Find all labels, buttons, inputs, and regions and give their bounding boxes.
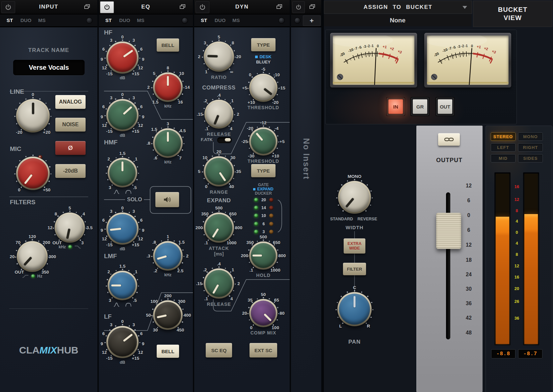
knob-tick	[115, 98, 117, 100]
input-expand-icon[interactable]	[84, 4, 90, 9]
dyn-mode-st[interactable]: ST	[201, 17, 207, 23]
lf_freq-knob[interactable]	[155, 302, 181, 328]
input-power-button[interactable]	[1, 1, 15, 13]
eq-mode-duo[interactable]: DUO	[119, 17, 130, 23]
gate-type-ducker[interactable]: DUCKER	[249, 191, 278, 196]
input-mode-knob[interactable]	[86, 17, 92, 24]
dyn-mode-ms[interactable]: MS	[232, 17, 240, 23]
line-knob[interactable]	[18, 101, 48, 131]
knob-tick	[138, 285, 139, 287]
dyn-power-button[interactable]	[196, 1, 209, 13]
lmf_freq-knob[interactable]	[155, 243, 181, 269]
input-divider-2	[9, 197, 88, 197]
range-scale-label: 35	[236, 169, 241, 174]
pad-20db-button[interactable]: -20dB	[55, 164, 86, 178]
mic-knob[interactable]	[18, 158, 48, 188]
pan-knob[interactable]	[339, 294, 370, 325]
insert-mode-knob[interactable]	[294, 17, 301, 24]
hmf_q-knob[interactable]	[109, 159, 136, 186]
noise-button[interactable]: NOISE	[55, 118, 86, 132]
knob-tick	[178, 155, 179, 156]
meter-out-button[interactable]: OUT	[435, 97, 455, 116]
input-mode-duo[interactable]: DUO	[20, 17, 31, 23]
meter-scale-label: 4	[510, 241, 523, 246]
sc-eq-button[interactable]: SC EQ	[206, 343, 232, 357]
comp-type-bluey[interactable]: BLUEY	[249, 60, 278, 64]
knob-tick	[269, 73, 270, 74]
ratio-scale-label: 8	[232, 40, 234, 45]
extra-wide-button[interactable]: EXTRA WIDE	[344, 238, 365, 254]
width-standard-label: STANDARD	[330, 217, 353, 221]
eq-mode-knob[interactable]	[182, 17, 188, 24]
width-filter-button[interactable]: FILTER	[343, 263, 366, 275]
knob-tick	[167, 239, 169, 240]
input-mode-ms[interactable]: MS	[38, 17, 46, 23]
comp_release-knob[interactable]	[206, 101, 232, 127]
meter-mode-mid-button[interactable]: MID	[491, 154, 515, 162]
meter-mode-right-button[interactable]: RIGHT	[518, 143, 543, 152]
insert-power-button[interactable]	[292, 1, 305, 13]
track-name-field[interactable]: Verse Vocals	[13, 60, 85, 75]
gate-type-gate[interactable]: GATE	[249, 183, 278, 187]
hmf_gain-knob[interactable]	[108, 101, 137, 130]
knob-tick	[212, 99, 213, 100]
eq-mode-ms[interactable]: MS	[137, 17, 145, 23]
dyn-expand-icon[interactable]	[276, 4, 282, 9]
lmf_q-knob[interactable]	[109, 272, 136, 299]
vu-meter-right: -20-10-7-5-3-2-10+1+2+3	[424, 33, 511, 87]
insert-expand-icon[interactable]	[309, 4, 315, 9]
hf_freq-knob-pointer	[155, 74, 181, 100]
hpf-knob[interactable]	[18, 243, 46, 270]
add-insert-button[interactable]: +	[303, 15, 321, 26]
width-knob[interactable]	[340, 183, 369, 212]
meter-mode-mono-button[interactable]: MONO	[518, 133, 543, 141]
hf_gain-knob[interactable]	[108, 43, 137, 72]
ext-sc-button[interactable]: EXT SC	[250, 343, 277, 357]
knob-tick	[203, 277, 204, 278]
meter-gr-button[interactable]: GR	[410, 97, 430, 116]
eq-power-button[interactable]	[100, 1, 114, 13]
input-mode-st[interactable]: ST	[7, 17, 13, 23]
ratio-knob[interactable]	[205, 43, 232, 70]
knob-tick	[173, 300, 175, 301]
meter-out-label: OUT	[438, 99, 452, 114]
dyn-mode-knob[interactable]	[278, 17, 285, 24]
hf_freq-knob[interactable]	[155, 74, 181, 100]
bucket-view-button[interactable]: BUCKET VIEW	[473, 1, 552, 27]
gate_release-knob[interactable]	[205, 270, 232, 297]
lf_gain-knob[interactable]	[108, 328, 137, 356]
comp_thresh-knob[interactable]	[251, 75, 276, 100]
knob-tick	[110, 274, 112, 275]
hf-bell-button[interactable]: BELL	[157, 38, 179, 52]
analog-button[interactable]: ANALOG	[55, 95, 86, 109]
gate_thresh-knob[interactable]	[251, 129, 276, 154]
attack-knob[interactable]	[205, 214, 232, 241]
comp-type-button[interactable]: TYPE	[251, 38, 276, 51]
hold-knob[interactable]	[251, 243, 276, 268]
assign-to-bucket-dropdown[interactable]: ASSIGN TO BUCKET	[324, 1, 472, 14]
gate-type-button[interactable]: TYPE	[251, 164, 276, 177]
meter-mode-stereo-button[interactable]: STEREO	[491, 133, 515, 141]
lf-bell-button[interactable]: BELL	[157, 345, 179, 358]
fast-attack-switch[interactable]	[217, 137, 232, 143]
comp_mix-knob[interactable]	[251, 301, 276, 326]
eq-mode-st[interactable]: ST	[105, 17, 112, 23]
eq-expand-icon[interactable]	[180, 4, 185, 9]
gate-type-expand[interactable]: EXPAND	[249, 187, 278, 191]
stereo-link-button[interactable]	[438, 133, 460, 146]
meter-mode-left-button[interactable]: LEFT	[491, 143, 515, 152]
meter-gr-label: GR	[413, 99, 427, 114]
solo-button[interactable]	[155, 192, 179, 207]
lmf_gain-knob[interactable]	[108, 214, 137, 243]
comp-type-desk[interactable]: DESK	[249, 54, 278, 59]
hmf_freq-knob[interactable]	[155, 130, 181, 156]
range-knob[interactable]	[205, 158, 232, 185]
meter-mode-sides-button[interactable]: SIDES	[518, 154, 543, 162]
output-fader-cap[interactable]	[436, 213, 461, 249]
phase-button[interactable]: Ø	[55, 141, 86, 155]
lpf-knob[interactable]	[56, 214, 83, 241]
knob-tick	[84, 234, 85, 235]
knob-tick	[107, 279, 108, 281]
meter-in-button[interactable]: IN	[386, 97, 405, 116]
dyn-mode-duo[interactable]: DUO	[215, 17, 225, 23]
